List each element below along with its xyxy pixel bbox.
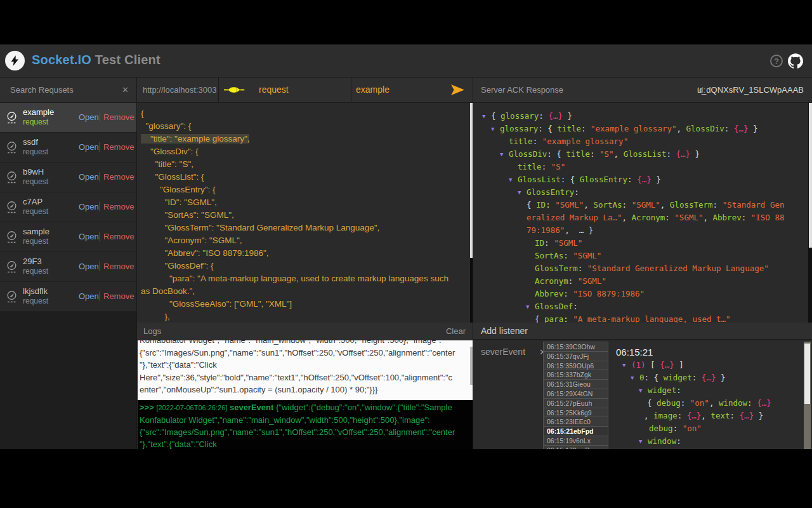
- editor-line: "GlossSeeAlso": ["GML", "XML"]: [141, 298, 471, 311]
- app-window: Socket.IO Test Client ? Search Requsets …: [0, 0, 812, 508]
- collapse-arrow-icon[interactable]: ▼: [509, 173, 518, 186]
- send-button[interactable]: [450, 84, 465, 96]
- console-log-line: "},"text":{"data":"Click: [140, 438, 471, 449]
- tree-row: , image: {…}, text: {…} }: [611, 410, 803, 422]
- open-button[interactable]: Open: [79, 202, 99, 211]
- timestamp-item[interactable]: 06:15:23IEEc0: [543, 417, 608, 426]
- connected-plug-icon: [224, 85, 245, 95]
- request-name-input[interactable]: example: [356, 84, 390, 95]
- page-title: Socket.IO Test Client: [32, 53, 160, 67]
- divider: [99, 232, 100, 241]
- console-log-line: {"src":"Images/Sun.png","name":"sun1","h…: [140, 426, 471, 438]
- timestamp-item[interactable]: 06:15:39C9Ohw: [543, 342, 608, 351]
- request-list-item[interactable]: ssdfrequestOpenRemove: [0, 133, 136, 163]
- tree-row: ▼GlossList: { GlossEntry: {…} }: [473, 173, 808, 186]
- remove-button[interactable]: Remove: [103, 142, 134, 152]
- logs-header: Logs Clear: [137, 323, 473, 340]
- remove-button[interactable]: Remove: [103, 172, 134, 182]
- request-type: request: [23, 177, 48, 186]
- tree-row: ▼widget:: [611, 384, 803, 397]
- open-button[interactable]: Open: [79, 112, 99, 122]
- event-name-input[interactable]: request: [259, 84, 289, 95]
- logs-panel: Logs Clear Konfabulator Widget", "name":…: [137, 323, 473, 449]
- request-list-item[interactable]: 29F3requestOpenRemove: [0, 252, 136, 282]
- ack-scrollbar[interactable]: [808, 103, 812, 323]
- request-list-item[interactable]: samplerequestOpenRemove: [0, 222, 136, 252]
- github-icon[interactable]: [788, 53, 803, 69]
- editor-line: "ID": "SGML",: [141, 196, 471, 209]
- clear-search-icon[interactable]: ✕: [122, 77, 129, 103]
- tree-row: 79:1986", … }: [473, 224, 808, 237]
- open-button[interactable]: Open: [79, 142, 99, 152]
- listener-chip: severEvent ✕: [481, 347, 546, 357]
- request-icon: [6, 231, 18, 244]
- app-header: Socket.IO Test Client ?: [0, 44, 812, 77]
- request-type: request: [23, 147, 48, 156]
- request-name: example: [23, 107, 54, 117]
- tree-row: ▼(1) [ {…} ]: [611, 359, 803, 371]
- editor-line: "glossary": {: [141, 120, 471, 133]
- divider: [99, 291, 100, 301]
- collapse-arrow-icon[interactable]: ▼: [622, 359, 631, 371]
- divider: [218, 77, 219, 103]
- open-button[interactable]: Open: [79, 232, 99, 241]
- collapse-arrow-icon[interactable]: ▼: [500, 148, 509, 161]
- timestamp-item[interactable]: 06:15:25Kk6g9: [543, 408, 608, 417]
- timestamp-item[interactable]: 06:15:337bZgk: [543, 370, 608, 379]
- remove-button[interactable]: Remove: [103, 202, 134, 211]
- collapse-arrow-icon[interactable]: ▼: [518, 186, 527, 199]
- editor-line: "GlossDef": {: [141, 260, 471, 272]
- add-listener-input[interactable]: Add listener: [473, 323, 812, 340]
- open-button[interactable]: Open: [79, 291, 99, 301]
- remove-button[interactable]: Remove: [103, 262, 134, 271]
- detail-scrollbar[interactable]: [804, 342, 811, 449]
- remove-button[interactable]: Remove: [103, 232, 134, 241]
- log-line: {"src":"Images/Sun.png","name":"sun1","h…: [140, 347, 471, 359]
- console-log-line: >>> [2022-07-06T06:26:26] severEvent {"w…: [140, 401, 471, 414]
- tree-row: ▼window:: [611, 435, 803, 448]
- open-button[interactable]: Open: [79, 172, 99, 182]
- timestamp-item[interactable]: 06:15:31Gieou: [543, 379, 608, 389]
- request-list-item[interactable]: b9wHrequestOpenRemove: [0, 163, 136, 192]
- tree-row: Abbrev: "ISO 8879:1986": [473, 288, 808, 300]
- collapse-arrow-icon[interactable]: ▼: [639, 384, 648, 397]
- editor-line: "para": "A meta-markup language, used to…: [141, 272, 471, 285]
- tree-row: debug: "on": [611, 422, 803, 435]
- open-button[interactable]: Open: [79, 262, 99, 271]
- request-name: lkjsdflk: [23, 286, 48, 296]
- collapse-arrow-icon[interactable]: ▼: [639, 435, 648, 448]
- tree-row: ▼GlossDef:: [473, 300, 808, 313]
- remove-button[interactable]: Remove: [103, 291, 134, 301]
- editor-line: "GlossList": {: [141, 171, 471, 184]
- timestamp-item[interactable]: 06:15:37qvJFj: [543, 351, 608, 361]
- request-type: request: [23, 297, 48, 305]
- log-line: Here","size":36,"style":"bold","name":"t…: [140, 371, 471, 384]
- request-list-item[interactable]: examplerequestOpenRemove: [0, 103, 136, 133]
- timestamp-item[interactable]: 06:15:359OUp6: [543, 361, 608, 370]
- divider: [99, 172, 100, 182]
- search-requests-label: Search Requsets: [10, 85, 74, 95]
- collapse-arrow-icon[interactable]: ▼: [526, 300, 535, 313]
- collapse-arrow-icon[interactable]: ▼: [631, 371, 639, 384]
- request-bar: http://localhost:3003 request example: [137, 77, 473, 103]
- request-list-item[interactable]: c7APrequestOpenRemove: [0, 192, 136, 222]
- url-input[interactable]: http://localhost:3003: [143, 85, 216, 95]
- collapse-arrow-icon[interactable]: ▼: [491, 123, 500, 135]
- timestamp-item[interactable]: 06:15:21ebFpd: [543, 426, 608, 436]
- json-editor[interactable]: { "glossary": { "title": "example glossa…: [137, 103, 471, 323]
- timestamp-item[interactable]: 06:15:29X4tGN: [543, 389, 608, 398]
- event-detail: 06:15:21 ▼(1) [ {…} ]▼0: { widget: {…} }…: [611, 342, 803, 449]
- request-list-item[interactable]: lkjsdflkrequestOpenRemove: [0, 282, 136, 312]
- remove-button[interactable]: Remove: [103, 112, 134, 122]
- tree-row: title: "S": [473, 161, 808, 173]
- timestamp-item[interactable]: 06:15:19v6nLx: [543, 436, 608, 445]
- log-output-console: >>> [2022-07-06T06:26:26] severEvent {"w…: [138, 400, 473, 449]
- request-name: ssdf: [23, 137, 38, 147]
- collapse-arrow-icon[interactable]: ▼: [482, 110, 491, 123]
- request-name: b9wH: [23, 167, 44, 177]
- editor-line: "title": "example glossary",: [141, 133, 471, 145]
- timestamp-item[interactable]: 06:15:27pEuuh: [543, 398, 608, 408]
- help-icon[interactable]: ?: [770, 55, 783, 67]
- tree-row: ▼GlossDiv: { title: "S", GlossList: {…} …: [473, 148, 808, 161]
- clear-logs-button[interactable]: Clear: [446, 323, 466, 340]
